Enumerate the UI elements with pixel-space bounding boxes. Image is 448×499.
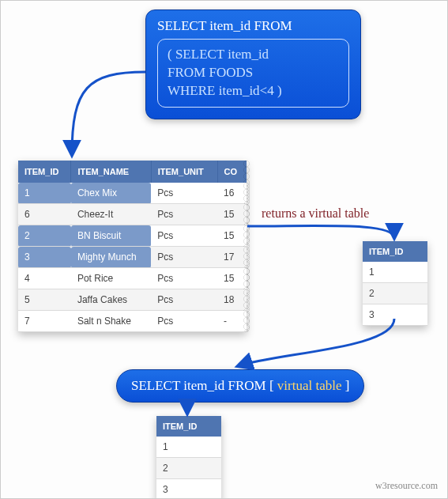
table-cell: BN Biscuit <box>71 225 151 247</box>
table-cell: Jaffa Cakes <box>71 289 151 311</box>
table-cell: Pcs <box>151 289 217 311</box>
table-cell: 18 <box>217 289 247 311</box>
table-cell: Pcs <box>151 225 217 247</box>
table-cell: 15 <box>217 268 247 289</box>
table-cell: 6 <box>18 204 71 225</box>
sql-inner-line-2: FROM FOODS <box>168 64 339 82</box>
table-cell: Pcs <box>151 183 217 204</box>
table-cell: 2 <box>156 458 221 479</box>
virtual-table-right: ITEM_ID 123 <box>363 241 427 326</box>
table-cell: - <box>217 311 247 332</box>
table-cell: Pcs <box>151 268 217 289</box>
table-row: 6Cheez-ItPcs15 <box>18 204 247 225</box>
table-row: 3 <box>156 479 221 500</box>
table-row: 4Pot RicePcs15 <box>18 268 247 289</box>
sql-subquery-box: ( SELECT item_id FROM FOODS WHERE item_i… <box>157 39 349 108</box>
table-row: 2 <box>363 283 427 304</box>
foods-table-header: CO <box>217 161 247 183</box>
table-cell: Pot Rice <box>71 268 151 289</box>
result-table-bottom: ITEM_ID 123 <box>156 416 221 499</box>
virtual-table-header: ITEM_ID <box>363 241 427 262</box>
table-row: 2 <box>156 458 221 479</box>
table-row: 5Jaffa CakesPcs18 <box>18 289 247 311</box>
table-row: 1 <box>363 262 427 283</box>
table-cell: 4 <box>18 268 71 289</box>
table-cell: 5 <box>18 289 71 311</box>
table-row: 3 <box>363 304 427 326</box>
table-row: 3Mighty MunchPcs17 <box>18 247 247 268</box>
pill-virtual-table: virtual table <box>277 378 342 393</box>
result-table-header: ITEM_ID <box>156 416 221 437</box>
table-cell: Pcs <box>151 311 217 332</box>
table-cell: 3 <box>18 247 71 268</box>
table-row: 7Salt n ShakePcs- <box>18 311 247 332</box>
table-row: 1 <box>156 437 221 458</box>
table-cell: Mighty Munch <box>71 247 151 268</box>
table-row: 1Chex MixPcs16 <box>18 183 247 204</box>
pill-prefix: SELECT item_id FROM [ <box>131 378 277 393</box>
foods-table: ITEM_IDITEM_NAMEITEM_UNITCO 1Chex MixPcs… <box>18 161 247 332</box>
sql-inner-line-3: WHERE item_id<4 ) <box>168 82 339 100</box>
table-cell: 1 <box>363 262 427 283</box>
table-cell: 16 <box>217 183 247 204</box>
foods-table-header: ITEM_ID <box>18 161 71 183</box>
table-cell: 7 <box>18 311 71 332</box>
sql-outer-line: SELECT item_id FROM <box>157 18 349 34</box>
pill-suffix: ] <box>341 378 349 393</box>
table-cell: 1 <box>156 437 221 458</box>
attribution-text: w3resource.com <box>375 480 438 492</box>
sql-inner-line-1: ( SELECT item_id <box>168 46 339 64</box>
annotation-label: returns a virtual table <box>262 206 369 221</box>
table-cell: 17 <box>217 247 247 268</box>
foods-table-header: ITEM_UNIT <box>151 161 217 183</box>
table-cell: 15 <box>217 225 247 247</box>
foods-table-header: ITEM_NAME <box>71 161 151 183</box>
sql-query-box: SELECT item_id FROM ( SELECT item_id FRO… <box>145 9 361 119</box>
table-cell: 1 <box>18 183 71 204</box>
table-cell: 15 <box>217 204 247 225</box>
table-cell: 3 <box>156 479 221 500</box>
table-cell: Cheez-It <box>71 204 151 225</box>
table-cell: Chex Mix <box>71 183 151 204</box>
table-cell: 2 <box>363 283 427 304</box>
table-cell: Pcs <box>151 204 217 225</box>
table-cell: 3 <box>363 304 427 326</box>
outer-query-pill: SELECT item_id FROM [ virtual table ] <box>116 369 364 403</box>
table-cell: Pcs <box>151 247 217 268</box>
table-row: 2BN BiscuitPcs15 <box>18 225 247 247</box>
table-cell: Salt n Shake <box>71 311 151 332</box>
table-cell: 2 <box>18 225 71 247</box>
